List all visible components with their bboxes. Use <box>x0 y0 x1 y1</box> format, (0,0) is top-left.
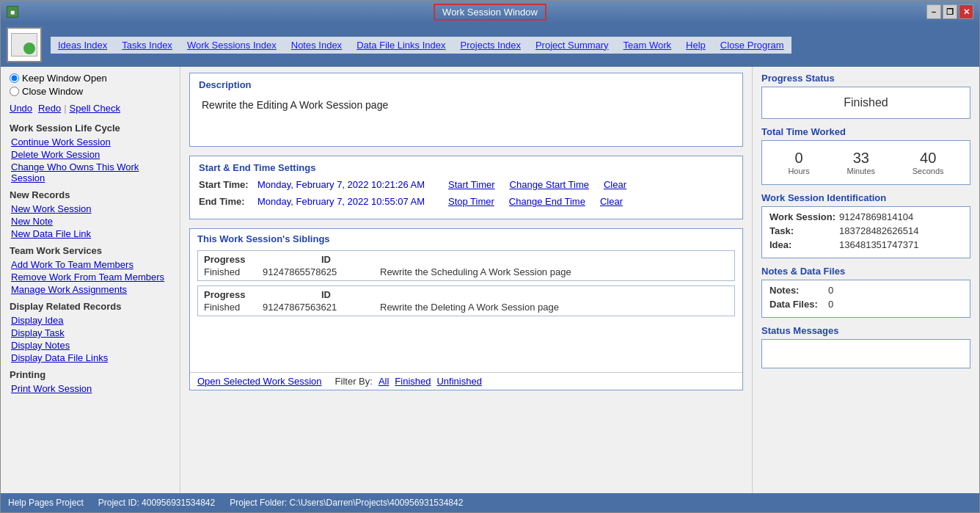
display-data-file-links[interactable]: Display Data File Links <box>10 352 171 363</box>
display-task[interactable]: Display Task <box>10 327 171 338</box>
change-who-owns[interactable]: Change Who Owns This Work Session <box>10 161 171 183</box>
nav-project-summary[interactable]: Project Summary <box>528 37 616 54</box>
open-selected-work-session[interactable]: Open Selected Work Session <box>197 376 322 387</box>
sibling-header-row-2: Progress ID <box>204 289 728 300</box>
status-messages-title: Status Messages <box>761 325 970 336</box>
remove-work-team[interactable]: Remove Work From Team Members <box>10 272 171 283</box>
siblings-section: This Work Session's Siblings Progress ID… <box>189 228 743 390</box>
app-icon: ■ <box>7 6 18 18</box>
change-start-time-button[interactable]: Change Start Time <box>510 179 589 190</box>
sibling-data-0: Finished 91247865578625 Rewrite the Sche… <box>204 266 728 277</box>
nav-tasks-index[interactable]: Tasks Index <box>114 37 180 54</box>
total-time-box: 0 Hours 33 Minutes 40 Seconds <box>761 140 970 185</box>
notes-data-files-section: Notes & Data Files Notes: 0 Data Files: … <box>761 266 970 318</box>
title-bar-center: Work Session Window <box>434 4 546 21</box>
change-end-time-button[interactable]: Change End Time <box>509 196 585 207</box>
continue-work-session[interactable]: Continue Work Session <box>10 137 171 148</box>
add-work-team[interactable]: Add Work To Team Members <box>10 259 171 270</box>
restore-button[interactable]: ❐ <box>943 4 957 19</box>
nav-team-work[interactable]: Team Work <box>616 37 679 54</box>
filter-all[interactable]: All <box>379 376 389 387</box>
manage-assignments[interactable]: Manage Work Assignments <box>10 284 171 295</box>
sibling-1-progress: Finished <box>204 302 263 313</box>
col-desc <box>497 254 728 265</box>
new-work-session[interactable]: New Work Session <box>10 203 171 214</box>
description-text[interactable]: Rewrite the Editing A Work Session page <box>199 96 734 140</box>
spell-check-button[interactable]: Spell Check <box>70 103 120 114</box>
data-files-label: Data Files: <box>769 299 828 310</box>
sibling-data-1: Finished 91247867563621 Rewrite the Dele… <box>204 302 728 313</box>
col-id: ID <box>321 254 439 265</box>
right-panel: Progress Status Finished Total Time Work… <box>752 67 979 493</box>
siblings-title: This Work Session's Siblings <box>190 229 742 247</box>
section-title-display: Display Related Records <box>10 301 171 312</box>
nav-close-program[interactable]: Close Program <box>713 37 791 54</box>
sidebar: Keep Window Open Close Window Undo Redo … <box>1 67 180 493</box>
siblings-scroll[interactable]: Progress ID Finished 91247865578625 Rewr… <box>190 247 742 372</box>
description-section: Description Rewrite the Editing A Work S… <box>189 73 743 147</box>
end-time-label: End Time: <box>199 196 257 207</box>
filter-finished[interactable]: Finished <box>395 376 431 387</box>
seconds-label: Seconds <box>913 167 944 175</box>
end-time-clear[interactable]: Clear <box>600 196 623 207</box>
minimize-button[interactable]: – <box>926 4 941 19</box>
status-bar: Help Pages Project Project ID: 400956931… <box>1 493 979 512</box>
progress-status-title: Progress Status <box>761 73 970 84</box>
window-title: Work Session Window <box>434 4 546 21</box>
work-session-id-row: Work Session: 91247869814104 <box>769 211 962 222</box>
end-time-value: Monday, February 7, 2022 10:55:07 AM <box>257 196 448 207</box>
sibling-header-row: Progress ID <box>204 254 728 265</box>
hours-label: Hours <box>788 167 809 175</box>
nav-projects-index[interactable]: Projects Index <box>453 37 528 54</box>
close-window-radio[interactable]: Close Window <box>10 86 171 97</box>
undo-button[interactable]: Undo <box>10 103 32 114</box>
app-logo <box>7 27 42 62</box>
hours-cell: 0 Hours <box>788 150 809 175</box>
nav-notes-index[interactable]: Notes Index <box>284 37 349 54</box>
status-messages-box <box>761 339 970 368</box>
start-time-clear[interactable]: Clear <box>604 179 626 190</box>
nav-help[interactable]: Help <box>679 37 713 54</box>
total-time-title: Total Time Worked <box>761 126 970 137</box>
nav-ideas-index[interactable]: Ideas Index <box>51 37 114 54</box>
keep-window-open-radio[interactable]: Keep Window Open <box>10 73 171 84</box>
display-notes[interactable]: Display Notes <box>10 340 171 351</box>
sibling-row[interactable]: Progress ID Finished 91247865578625 Rewr… <box>197 250 735 281</box>
data-files-value: 0 <box>828 299 833 310</box>
siblings-table-container: Progress ID Finished 91247865578625 Rewr… <box>190 247 742 372</box>
nav-data-file-links-index[interactable]: Data File Links Index <box>349 37 453 54</box>
new-data-file-link[interactable]: New Data File Link <box>10 228 171 239</box>
col-id-2: ID <box>321 289 439 300</box>
hours-value: 0 <box>794 150 802 167</box>
print-work-session[interactable]: Print Work Session <box>10 383 171 394</box>
filter-unfinished[interactable]: Unfinished <box>436 376 481 387</box>
status-project-id: Project ID: 400956931534842 <box>98 498 215 508</box>
notes-value: 0 <box>828 285 833 296</box>
time-settings-title: Start & End Time Settings <box>199 162 734 173</box>
status-messages-section: Status Messages <box>761 325 970 368</box>
filter-by-label: Filter By: <box>335 376 373 387</box>
edit-bar: Undo Redo | Spell Check <box>10 103 171 114</box>
description-title: Description <box>199 79 734 90</box>
display-idea[interactable]: Display Idea <box>10 315 171 326</box>
close-button[interactable]: ✕ <box>959 4 973 19</box>
identification-title: Work Session Identification <box>761 192 970 203</box>
sibling-row[interactable]: Progress ID Finished 91247867563621 Rewr… <box>197 285 735 316</box>
section-title-new: New Records <box>10 189 171 200</box>
start-timer-button[interactable]: Start Timer <box>448 179 495 190</box>
col-progress: Progress <box>204 254 263 265</box>
start-time-value: Monday, February 7, 2022 10:21:26 AM <box>257 179 448 190</box>
delete-work-session[interactable]: Delete Work Session <box>10 149 171 160</box>
status-project-folder: Project Folder: C:\Users\Darren\Projects… <box>230 498 463 508</box>
total-time-section: Total Time Worked 0 Hours 33 Minutes 40 <box>761 126 970 185</box>
time-settings-section: Start & End Time Settings Start Time: Mo… <box>189 156 743 219</box>
main-content: Keep Window Open Close Window Undo Redo … <box>1 67 979 493</box>
seconds-cell: 40 Seconds <box>913 150 944 175</box>
task-id-row: Task: 183728482626514 <box>769 225 962 236</box>
nav-work-sessions-index[interactable]: Work Sessions Index <box>180 37 284 54</box>
stop-timer-button[interactable]: Stop Timer <box>448 196 494 207</box>
progress-status-value: Finished <box>769 92 962 114</box>
new-note[interactable]: New Note <box>10 216 171 227</box>
idea-id-label: Idea: <box>769 239 839 250</box>
redo-button[interactable]: Redo <box>38 103 61 114</box>
